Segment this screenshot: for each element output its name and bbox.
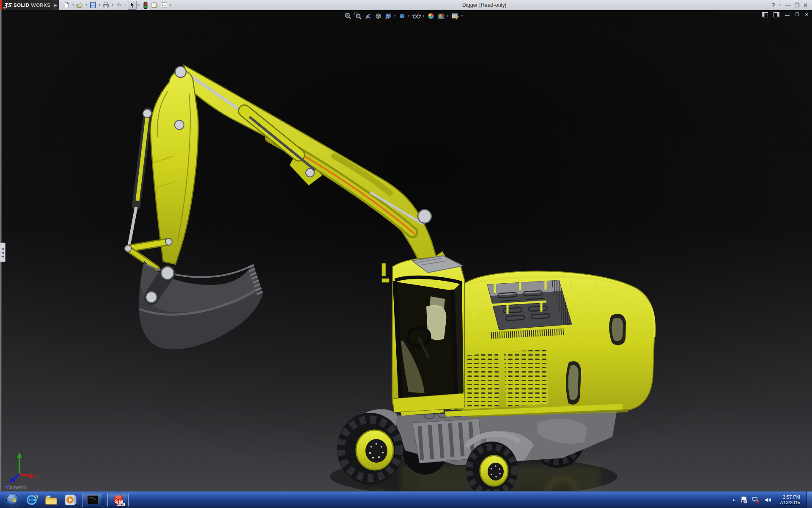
taskbar-command-prompt[interactable]: C:\_ bbox=[82, 493, 103, 507]
options-checklist-icon bbox=[160, 2, 167, 8]
options-button[interactable] bbox=[159, 1, 168, 10]
view-orientation-label: *Dimetric bbox=[5, 484, 27, 491]
solidworks-logo: ƷS SOLIDWORKS bbox=[0, 0, 52, 10]
dock-pane-right-icon[interactable] bbox=[774, 12, 779, 17]
windows-flag-icon bbox=[9, 496, 16, 503]
apply-scene-icon bbox=[437, 12, 445, 20]
undo-dropdown[interactable]: ▼ bbox=[124, 4, 127, 6]
eyeglasses-icon bbox=[412, 12, 421, 20]
rebuild-button[interactable] bbox=[141, 1, 150, 10]
windows-taskbar: C:\_ S W 2015 ▲ bbox=[0, 491, 812, 508]
display-style-button[interactable] bbox=[398, 12, 406, 20]
view-settings-dropdown[interactable]: ▼ bbox=[461, 15, 464, 17]
open-folder-icon bbox=[76, 2, 83, 8]
network-status-icon[interactable] bbox=[752, 496, 760, 504]
hide-show-items-button[interactable] bbox=[412, 12, 421, 20]
taskbar-windows-explorer[interactable] bbox=[44, 493, 58, 507]
view-settings-icon bbox=[451, 12, 459, 20]
display-style-dropdown[interactable]: ▼ bbox=[407, 15, 410, 17]
file-properties-icon bbox=[151, 2, 158, 8]
system-tray: ▲ 3:57 PM 7/13/2015 bbox=[732, 491, 812, 508]
section-view-icon bbox=[374, 12, 382, 20]
previous-view-button[interactable] bbox=[364, 12, 372, 20]
save-button[interactable] bbox=[88, 1, 97, 10]
file-properties-button[interactable] bbox=[150, 1, 159, 10]
save-dropdown[interactable]: ▼ bbox=[98, 4, 101, 6]
doc-minimize-button[interactable]: — bbox=[785, 12, 790, 17]
upper-body bbox=[448, 271, 655, 417]
collapse-arrow-icon: ◀ bbox=[1, 251, 3, 254]
cab bbox=[382, 256, 464, 412]
help-button[interactable]: ? bbox=[771, 2, 775, 8]
zoom-to-area-button[interactable] bbox=[354, 12, 362, 20]
title-bar: ƷS SOLIDWORKS ▶ ▼ ▼ ▼ ▼ ▼ ▼ ▼ Digge bbox=[0, 0, 812, 10]
document-window-controls: — ❐ ✕ bbox=[762, 12, 809, 17]
digger-model-canvas bbox=[0, 10, 812, 491]
undo-icon bbox=[115, 2, 123, 8]
zoom-to-area-icon bbox=[354, 12, 362, 20]
window-controls: ? ▼ — ❐ ✕ bbox=[771, 0, 808, 10]
logo-text-bold: SOLID bbox=[14, 3, 30, 8]
new-button[interactable] bbox=[62, 1, 71, 10]
previous-view-icon bbox=[364, 12, 372, 20]
taskbar-internet-explorer[interactable] bbox=[25, 493, 39, 507]
close-button[interactable]: ✕ bbox=[803, 2, 808, 8]
orientation-triad: x z bbox=[3, 446, 45, 489]
solidworks-logo-icon: ƷS bbox=[3, 2, 12, 8]
print-button[interactable] bbox=[102, 1, 110, 10]
view-settings-button[interactable] bbox=[451, 12, 459, 20]
zoom-to-fit-icon bbox=[344, 12, 351, 20]
internet-explorer-icon bbox=[25, 494, 38, 506]
view-orientation-button[interactable] bbox=[384, 12, 392, 20]
doc-close-button[interactable]: ✕ bbox=[805, 12, 809, 17]
hide-show-items-dropdown[interactable]: ▼ bbox=[422, 15, 425, 17]
help-dropdown[interactable]: ▼ bbox=[779, 4, 781, 6]
apply-scene-dropdown[interactable]: ▼ bbox=[446, 15, 449, 17]
featuremanager-collapsed-tab[interactable]: ◀ ◀ ◀ bbox=[0, 243, 5, 262]
edit-appearance-button[interactable] bbox=[427, 12, 435, 20]
volume-icon[interactable] bbox=[765, 496, 772, 504]
sw-year-badge: 2015 bbox=[117, 502, 125, 507]
hidden-icons-button[interactable]: ▲ bbox=[732, 498, 735, 502]
display-style-icon bbox=[398, 12, 406, 20]
solidworks-2015-icon: S W 2015 bbox=[112, 494, 124, 506]
print-icon bbox=[102, 2, 110, 8]
open-dropdown[interactable]: ▼ bbox=[85, 4, 88, 6]
options-dropdown[interactable]: ▼ bbox=[169, 4, 172, 6]
show-desktop-button[interactable] bbox=[807, 491, 812, 508]
new-document-icon bbox=[63, 2, 70, 8]
logo-text-light: WORKS bbox=[31, 3, 51, 8]
action-center-icon[interactable] bbox=[740, 496, 748, 504]
view-orientation-icon bbox=[384, 12, 392, 20]
collapse-arrow-icon: ◀ bbox=[1, 247, 3, 250]
section-view-button[interactable] bbox=[374, 12, 382, 20]
apply-scene-button[interactable] bbox=[437, 12, 445, 20]
folder-icon bbox=[45, 494, 58, 505]
zoom-to-fit-button[interactable] bbox=[344, 12, 351, 20]
graphics-viewport[interactable]: ◀ ◀ ◀ ▼ ▼ ▼ ▼ bbox=[0, 10, 812, 491]
undo-button[interactable] bbox=[115, 1, 123, 10]
menu-expand-arrow[interactable]: ▶ bbox=[52, 0, 59, 10]
open-button[interactable] bbox=[75, 1, 84, 10]
restore-button[interactable]: ❐ bbox=[794, 2, 799, 8]
rebuild-trafficlight-icon bbox=[143, 2, 148, 9]
view-orientation-dropdown[interactable]: ▼ bbox=[393, 15, 396, 17]
select-button[interactable] bbox=[128, 1, 137, 10]
save-floppy-icon bbox=[90, 2, 96, 8]
new-dropdown[interactable]: ▼ bbox=[71, 4, 75, 6]
standard-toolbar: ▼ ▼ ▼ ▼ ▼ ▼ ▼ bbox=[62, 0, 172, 10]
collapse-arrow-icon: ◀ bbox=[1, 255, 3, 258]
heads-up-view-toolbar: ▼ ▼ ▼ ▼ ▼ bbox=[343, 11, 464, 21]
select-dropdown[interactable]: ▼ bbox=[137, 4, 140, 6]
dock-pane-left-icon[interactable] bbox=[762, 12, 768, 17]
taskbar-media-player[interactable] bbox=[63, 493, 78, 507]
minimize-button[interactable]: — bbox=[785, 2, 790, 8]
print-dropdown[interactable]: ▼ bbox=[111, 4, 114, 6]
taskbar-solidworks[interactable]: S W 2015 bbox=[107, 493, 129, 507]
doc-restore-button[interactable]: ❐ bbox=[795, 12, 799, 17]
mirror-bracket bbox=[382, 263, 386, 276]
start-button[interactable] bbox=[6, 493, 19, 506]
tray-clock[interactable]: 3:57 PM 7/13/2015 bbox=[779, 494, 800, 505]
boom-pin bbox=[418, 210, 431, 223]
window-title: Digger [Read-only] bbox=[438, 0, 531, 10]
